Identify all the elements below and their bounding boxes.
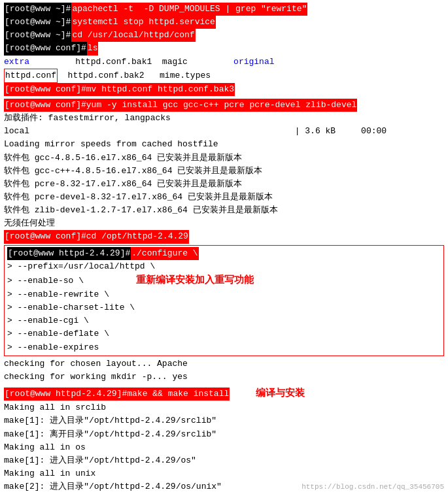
output-text: 无须任何处理 (4, 217, 55, 230)
terminal-line: make[1]: 进入目录"/opt/httpd-2.4.29/srclib" (4, 414, 444, 427)
annotation-rewrite: 重新编译安装加入重写功能 (136, 273, 254, 288)
terminal-line: [root@www ~]#systemctl stop httpd.servic… (4, 16, 444, 29)
configure-option: > --enable-expires (7, 341, 99, 354)
output-text: 软件包 pcre-8.32-17.el7.x86_64 已安装并且是最新版本 (4, 178, 242, 191)
terminal-line: 软件包 gcc-c++-4.8.5-16.el7.x86_64 已安装并且是最新… (4, 165, 444, 178)
output-text: 软件包 gcc-4.8.5-16.el7.x86_64 已安装并且是最新版本 (4, 152, 242, 165)
terminal-line: 软件包 gcc-4.8.5-16.el7.x86_64 已安装并且是最新版本 (4, 152, 444, 165)
file-list2: httpd.conf.bak2 mime.types (58, 69, 211, 82)
terminal-line: httpd.conf httpd.conf.bak2 mime.types (4, 69, 444, 83)
terminal-line: 软件包 pcre-8.32-17.el7.x86_64 已安装并且是最新版本 (4, 178, 444, 191)
configure-line: > --enable-rewrite \ (7, 288, 441, 301)
file-original: original (233, 56, 274, 69)
configure-line: > --enable-cgi \ (7, 314, 441, 327)
terminal-line: 加载插件: fastestmirror, langpacks (4, 112, 444, 125)
output-text: make[1]: 进入目录"/opt/httpd-2.4.29/os" (4, 454, 196, 467)
terminal-line: make[1]: 离开目录"/opt/httpd-2.4.29/srclib" (4, 428, 444, 441)
terminal-line: make[1]: 进入目录"/opt/httpd-2.4.29/os" (4, 454, 444, 467)
file-list: httpd.conf.bak1 magic (29, 56, 233, 69)
prompt: [root@www ~]# (4, 16, 71, 29)
command: apachectl -t -D DUMP_MODULES | grep "rew… (71, 3, 307, 16)
file-httpd-conf: httpd.conf (4, 69, 58, 83)
watermark-text: https://blog.csdn.net/qq_35456705 (302, 482, 444, 493)
output-text: 加载插件: fastestmirror, langpacks (4, 112, 171, 125)
output-text: Loading mirror speeds from cached hostfi… (4, 138, 218, 151)
configure-line: > --prefix=/usr/local/httpd \ (7, 260, 441, 273)
output-text: Making all in os (4, 441, 86, 454)
terminal-line: checking for working mkdir -p... yes (4, 371, 444, 384)
terminal-line: [root@www conf]#ls (4, 42, 444, 55)
command: ls (87, 42, 99, 55)
terminal-line: 无须任何处理 (4, 217, 444, 230)
output-text: make[1]: 离开目录"/opt/httpd-2.4.29/srclib" (4, 428, 216, 441)
output-text: Making all in srclib (4, 401, 106, 414)
configure-option: > --enable-deflate \ (7, 327, 109, 340)
output-text: 软件包 gcc-c++-4.8.5-16.el7.x86_64 已安装并且是最新… (4, 165, 262, 178)
terminal-line: Making all in srclib (4, 401, 444, 414)
prompt-cmd: [root@www httpd-2.4.29]#make && make ins… (4, 388, 230, 401)
terminal-line: [root@www ~]#cd /usr/local/httpd/conf (4, 29, 444, 42)
output-text: 软件包 zlib-devel-1.2.7-17.el7.x86_64 已安装并且… (4, 204, 278, 217)
configure-option: > --enable-cgi \ (7, 314, 89, 327)
configure-line: > --enable-deflate \ (7, 327, 441, 340)
configure-option: > --enable-so \ (7, 274, 84, 288)
terminal-line: [root@www ~]#apachectl -t -D DUMP_MODULE… (4, 3, 444, 16)
terminal-line: local | 3.6 kB 00:00 (4, 125, 444, 138)
command: systemctl stop httpd.service (71, 16, 215, 29)
output-text: Making all in unix (4, 467, 95, 480)
configure-line: > --enable-charset-lite \ (7, 301, 441, 314)
terminal-line: Making all in unix (4, 467, 444, 480)
annotation-compile: 编译与安装 (256, 386, 305, 401)
prompt: [root@www ~]# (4, 3, 71, 16)
command: cd /usr/local/httpd/conf (71, 29, 195, 42)
configure-option: > --enable-charset-lite \ (7, 301, 135, 314)
prompt: [root@www ~]# (4, 29, 71, 42)
prompt-cmd: [root@www conf]#cd /opt/httpd-2.4.29 (4, 230, 189, 243)
terminal-line: Loading mirror speeds from cached hostfi… (4, 138, 444, 151)
output-text: 软件包 pcre-devel-8.32-17.el7.x86_64 已安装并且是… (4, 191, 273, 204)
prompt-cmd: [root@www conf]#yum -y install gcc gcc-c… (4, 99, 357, 112)
output-text: make[2]: 进入目录"/opt/httpd-2.4.29/os/unix" (4, 480, 222, 493)
file-extra: extra (4, 56, 29, 69)
configure-option: > --enable-rewrite \ (7, 288, 109, 301)
configure-line: > --enable-so \重新编译安装加入重写功能 (7, 273, 441, 288)
configure-option: > --prefix=/usr/local/httpd \ (7, 260, 155, 273)
output-text: checking for chosen layout... Apache (4, 357, 188, 371)
output-text: make[1]: 进入目录"/opt/httpd-2.4.29/srclib" (4, 414, 216, 427)
terminal-line: [root@www httpd-2.4.29]#make && make ins… (4, 386, 444, 401)
terminal-line: checking for chosen layout... Apache (4, 357, 444, 371)
terminal-line: [root@www conf]#yum -y install gcc gcc-c… (4, 99, 444, 112)
terminal-line: Making all in os (4, 441, 444, 454)
terminal-line: [root@www conf]#cd /opt/httpd-2.4.29 (4, 230, 444, 243)
output-text: checking for working mkdir -p... yes (4, 371, 188, 384)
prompt: [root@www httpd-2.4.29]# (7, 247, 131, 260)
terminal-line: 软件包 zlib-devel-1.2.7-17.el7.x86_64 已安装并且… (4, 204, 444, 217)
terminal-line: extra httpd.conf.bak1 magic original (4, 56, 444, 69)
configure-line: [root@www httpd-2.4.29]#./configure \ (7, 247, 441, 260)
terminal-line: 软件包 pcre-devel-8.32-17.el7.x86_64 已安装并且是… (4, 191, 444, 204)
configure-line: > --enable-expires (7, 341, 441, 354)
prompt: [root@www conf]# (4, 42, 87, 55)
terminal-line: [root@www conf]#mv httpd.conf httpd.conf… (4, 83, 444, 96)
terminal-window: [root@www ~]#apachectl -t -D DUMP_MODULE… (0, 0, 448, 496)
terminal-line: make[2]: 进入目录"/opt/httpd-2.4.29/os/unix"… (4, 480, 444, 493)
prompt-cmd: [root@www conf]#mv httpd.conf httpd.conf… (4, 83, 235, 96)
configure-block: [root@www httpd-2.4.29]#./configure \ > … (4, 245, 444, 356)
command: ./configure \ (131, 247, 198, 260)
output-text: local | 3.6 kB 00:00 (4, 125, 387, 138)
